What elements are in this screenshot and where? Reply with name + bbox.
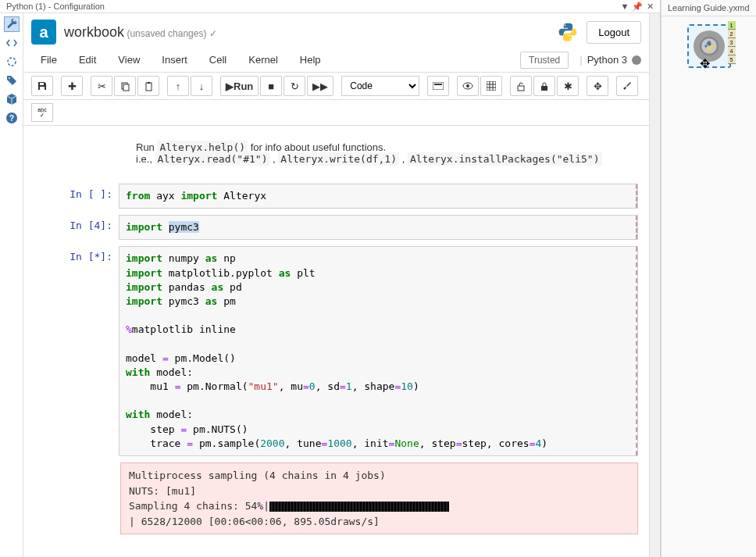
menu-view[interactable]: View [109,51,149,69]
notebook-title[interactable]: workbook [64,24,124,40]
lock-open-icon[interactable] [510,76,532,96]
pin-icon[interactable]: 📌 [633,2,641,10]
fastforward-button[interactable]: ▶▶ [307,76,333,96]
code-cell[interactable]: In [*]: import numpy as np import matplo… [34,246,638,456]
cell-prompt: In [*]: [34,246,119,456]
app-logo[interactable]: a [31,20,56,45]
svg-rect-9 [123,84,129,91]
svg-text:?: ? [9,114,13,123]
celltype-select[interactable]: Code [341,76,419,96]
svg-rect-11 [148,82,150,84]
copy-button[interactable] [114,76,136,96]
dropdown-icon[interactable]: ▼ [621,2,629,10]
cell-prompt: In [ ]: [34,184,119,209]
intro-text: Run Alteryx.help() for info about useful… [120,134,638,173]
target-icon[interactable] [4,54,20,70]
restart-button[interactable]: ↻ [284,76,305,96]
cell-input[interactable]: import pymc3 [119,215,638,240]
config-icon-sidebar: ? [0,13,23,557]
code-cell[interactable]: In [4]: import pymc3 [34,215,638,240]
anchor[interactable]: 5 [728,55,736,64]
kernel-busy-icon [632,55,641,65]
scrollbar[interactable] [649,13,660,557]
cell-input[interactable]: import numpy as np import matplotlib.pyp… [119,246,638,456]
anchor[interactable]: 4 [728,47,736,55]
svg-rect-13 [434,84,442,85]
svg-rect-22 [541,86,547,91]
svg-point-5 [570,38,572,40]
canvas-pane: Learning Guide.yxmd 1 2 3 4 5 ✥ [661,0,756,557]
python-tool-node[interactable]: 1 2 3 4 5 ✥ [687,24,731,68]
trusted-indicator[interactable]: Trusted [520,52,569,69]
cell-input[interactable]: from ayx import Alteryx [119,184,638,209]
asterisk-icon[interactable]: ✱ [557,76,579,96]
output-line: Sampling 4 chains: 54%| [129,498,629,514]
paste-button[interactable] [137,76,159,96]
move-cursor-icon: ✥ [700,56,710,71]
menu-cell[interactable]: Cell [200,51,236,69]
save-button[interactable] [31,76,53,96]
code-icon[interactable] [4,35,20,51]
svg-rect-10 [146,83,152,91]
kernel-indicator: | Python 3 [579,54,641,66]
cell-output: Multiprocess sampling (4 chains in 4 job… [120,462,638,534]
svg-point-1 [9,77,10,79]
menu-help[interactable]: Help [291,51,330,69]
notebook-header: a workbook (unsaved changes) ✓ Logout [23,13,649,48]
stop-button[interactable]: ■ [260,76,282,96]
menu-file[interactable]: File [31,51,66,69]
add-cell-button[interactable]: ✚ [61,76,83,96]
eye-icon[interactable] [457,76,479,96]
code-cell[interactable]: In [ ]: from ayx import Alteryx [34,184,638,209]
grid-icon[interactable] [480,76,502,96]
cell-prompt: In [4]: [34,215,119,240]
jupyter-notebook: a workbook (unsaved changes) ✓ Logout Fi… [23,13,649,557]
svg-point-4 [565,24,566,26]
tag-icon[interactable] [4,73,20,88]
output-line: | 6528/12000 [00:06<00:06, 895.05draws/s… [129,514,629,530]
cube-icon[interactable] [4,91,20,107]
svg-rect-21 [518,86,524,91]
output-line: Multiprocess sampling (4 chains in 4 job… [129,468,629,484]
move-up-button[interactable]: ↑ [167,76,189,96]
checkmark-icon: ✓ [209,28,217,39]
output-anchors: 1 2 3 4 5 [728,21,737,65]
logout-button[interactable]: Logout [587,21,641,44]
move-icon[interactable]: ✥ [587,76,608,96]
toolbar-secondary: abc ✓ [23,100,649,126]
svg-point-15 [466,84,469,87]
spellcheck-button[interactable]: abc ✓ [31,103,53,122]
anchor[interactable]: 2 [728,30,736,38]
run-button[interactable]: ▶ Run [220,76,259,96]
titlebar: Python (1) - Configuration ▼ 📌 ✕ [0,0,660,13]
save-status: (unsaved changes) [127,28,206,39]
anchor[interactable]: 1 [728,21,736,30]
anchor[interactable]: 3 [728,38,736,47]
move-down-button[interactable]: ↓ [191,76,212,96]
svg-rect-7 [40,87,45,90]
brush-icon[interactable] [616,76,638,96]
lock-icon[interactable] [533,76,555,96]
kernel-name: Python 3 [587,54,627,66]
svg-rect-12 [433,82,444,90]
menu-insert[interactable]: Insert [152,51,197,69]
menubar: File Edit View Insert Cell Kernel Help T… [23,48,649,73]
wrench-icon[interactable] [4,16,20,32]
workflow-tab[interactable]: Learning Guide.yxmd [662,0,756,16]
help-icon[interactable]: ? [4,110,20,126]
output-line: NUTS: [mu1] [129,484,629,499]
close-icon[interactable]: ✕ [646,2,654,10]
command-palette-button[interactable] [427,76,449,96]
workflow-canvas[interactable]: 1 2 3 4 5 ✥ [662,16,756,76]
svg-rect-16 [487,81,496,91]
toolbar: ✚ ✂ ↑ ↓ ▶ Run ■ ↻ ▶▶ [23,73,649,100]
svg-rect-6 [40,83,44,85]
progress-bar [269,502,449,512]
menu-kernel[interactable]: Kernel [239,51,287,69]
python-logo-icon [557,21,579,43]
notebook-body[interactable]: Run Alteryx.help() for info about useful… [23,126,649,557]
window-title: Python (1) - Configuration [6,2,105,11]
cut-button[interactable]: ✂ [91,76,112,96]
svg-point-0 [8,58,16,66]
menu-edit[interactable]: Edit [70,51,105,69]
